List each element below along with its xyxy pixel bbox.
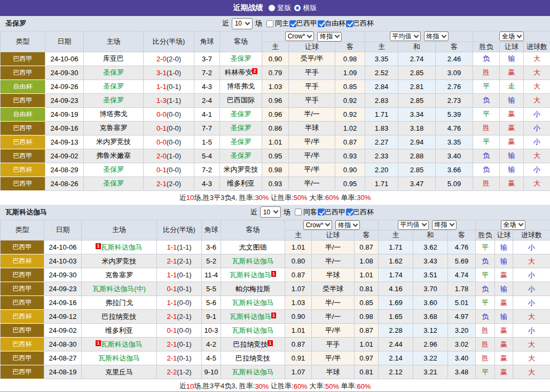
league-checkbox[interactable]: [346, 209, 353, 215]
topbar: 近期战绩 竖版横版: [0, 0, 550, 16]
section-header: 瓦斯科达伽马近10场同客巴西甲巴西杯: [0, 205, 550, 220]
odds-source-select[interactable]: 终指: [424, 31, 449, 41]
odds-source-select[interactable]: 平均值: [390, 31, 421, 41]
result-goals: 小: [524, 163, 550, 177]
result-goals: 大: [524, 79, 550, 93]
column-header: 角球: [202, 220, 221, 241]
column-header: 让球: [289, 42, 335, 52]
match-count-select-value: 10: [235, 20, 242, 27]
league-checkbox[interactable]: [346, 20, 353, 27]
table-row: 巴西杯24-08-29圣保罗0-1(0-0)7-2米内罗竞技0.98平/半0.9…: [1, 163, 550, 177]
summary-segment: 单率:: [339, 381, 357, 391]
odds-source-select[interactable]: 全场: [501, 220, 525, 230]
handicap-odds: 0.97: [355, 351, 379, 365]
odds-source-select[interactable]: Crow*: [285, 31, 315, 41]
league-checkbox[interactable]: [318, 209, 325, 215]
team-label: 巴拉纳竞技: [233, 340, 268, 348]
ranking-marker: 1: [271, 313, 276, 318]
average-odds: 3.68: [413, 310, 448, 324]
team-label: 圣保罗: [231, 138, 252, 146]
team-section: 圣保罗近10场同主巴西甲自由杯巴西杯类型日期主场比分(半场)角球客场Crow*终…: [0, 16, 550, 205]
chevron-down-icon: [245, 20, 250, 25]
column-header: 主: [285, 230, 312, 241]
away-team: 科林蒂安2: [220, 66, 262, 79]
average-odds: 1.74: [379, 268, 413, 282]
handicap-odds: 0.96: [262, 107, 289, 121]
result-winloss: 平: [476, 268, 495, 282]
odds-source-select[interactable]: 平均值: [398, 220, 429, 230]
average-odds: 4.76: [436, 121, 473, 135]
odds-source-select[interactable]: 终指: [432, 220, 457, 230]
handicap-odds: 1.02: [335, 121, 365, 135]
away-team: 瓦斯科达伽马1: [221, 310, 285, 324]
league-label: 巴西杯: [353, 19, 374, 28]
handicap-line: 半/一: [312, 241, 355, 254]
summary-segment: 近: [179, 381, 186, 391]
column-header: 胜负: [476, 230, 495, 241]
chevron-down-icon: [449, 221, 454, 227]
match-count-select[interactable]: 10: [232, 18, 253, 29]
handicap-odds: 1.07: [285, 365, 312, 379]
team-label: 帕尔梅拉斯: [235, 285, 270, 293]
result-handicap: 赢: [500, 121, 524, 135]
table-row: 巴西甲24-09-16弗拉门戈1-1(0-0)5-6瓦斯科达伽马1.03半/一0…: [1, 296, 550, 310]
team-label: 瓦斯科达伽马: [230, 271, 271, 279]
column-header: 客: [448, 230, 476, 241]
league-checkbox[interactable]: [318, 20, 325, 27]
score-cell: 2-1(2-1): [157, 310, 202, 324]
league-checkbox[interactable]: [289, 20, 296, 27]
match-type-badge: 自由杯: [1, 107, 45, 121]
odds-source-select[interactable]: 终指: [317, 32, 342, 42]
away-team: 瓦斯科达伽马: [221, 254, 285, 268]
home-team: 克鲁塞罗: [84, 121, 144, 135]
summary-segment: 让胜率:: [269, 381, 293, 391]
same-venue-checkbox[interactable]: [266, 20, 273, 27]
average-odds: 5.01: [448, 296, 476, 310]
column-header: 进球数: [513, 230, 550, 241]
handicap-line: 半/一: [312, 254, 355, 268]
halftime-score: (1-0): [167, 152, 181, 160]
summary-segment: 30%: [357, 194, 371, 202]
result-winloss: 负: [476, 282, 495, 296]
odds-group-header: 全场: [476, 220, 550, 230]
same-venue-checkbox[interactable]: [295, 209, 302, 215]
fulltime-score: 0-1: [167, 285, 177, 293]
result-goals: 小: [524, 135, 550, 149]
odds-source-select[interactable]: 终指: [335, 220, 360, 230]
match-type-badge: 巴西甲: [1, 149, 45, 163]
chevron-down-icon: [353, 221, 358, 227]
fulltime-score: 1-1: [167, 299, 177, 307]
column-header: 让球: [500, 42, 524, 52]
home-team: 圣保罗: [84, 177, 144, 190]
table-row: 巴西甲24-09-23圣保罗1-3(1-1)2-4巴西国际0.96平手0.922…: [1, 93, 550, 107]
average-odds: 3.18: [398, 121, 436, 135]
handicap-odds: 0.93: [262, 177, 289, 190]
match-count-select[interactable]: 10: [260, 206, 281, 218]
halftime-score: (2-1): [177, 257, 191, 265]
team-label: 圣保罗: [231, 54, 252, 62]
league-label: 巴西甲: [325, 207, 345, 217]
corner-count: 5-2: [202, 254, 221, 268]
layout-radio-1[interactable]: [269, 5, 275, 11]
odds-source-select[interactable]: 全场: [499, 31, 524, 41]
column-header: 主场: [84, 31, 144, 52]
match-type-badge: 巴西甲: [1, 177, 45, 190]
match-date: 24-09-02: [44, 324, 82, 338]
fulltime-score: 1-1: [167, 271, 177, 279]
chevron-down-icon: [335, 33, 340, 38]
odds-source-select[interactable]: Crow*: [303, 220, 333, 230]
result-goals: 大: [513, 338, 550, 351]
column-header: 比分(半场): [144, 31, 194, 52]
home-team: 弗鲁米嫩塞: [84, 149, 144, 163]
average-odds: 2.28: [379, 324, 413, 338]
halftime-score: (0-0): [167, 124, 181, 132]
result-goals: 小: [513, 241, 550, 254]
score-cell: 1-3(1-1): [144, 93, 194, 107]
handicap-odds: 1.03: [285, 296, 312, 310]
layout-radio-2[interactable]: [294, 5, 301, 11]
section-header: 圣保罗近10场同主巴西甲自由杯巴西杯: [0, 16, 550, 31]
match-date: 24-08-26: [45, 177, 84, 190]
corner-count: 10-3: [202, 324, 221, 338]
column-header: 和: [398, 42, 436, 52]
handicap-odds: 0.81: [355, 282, 379, 296]
